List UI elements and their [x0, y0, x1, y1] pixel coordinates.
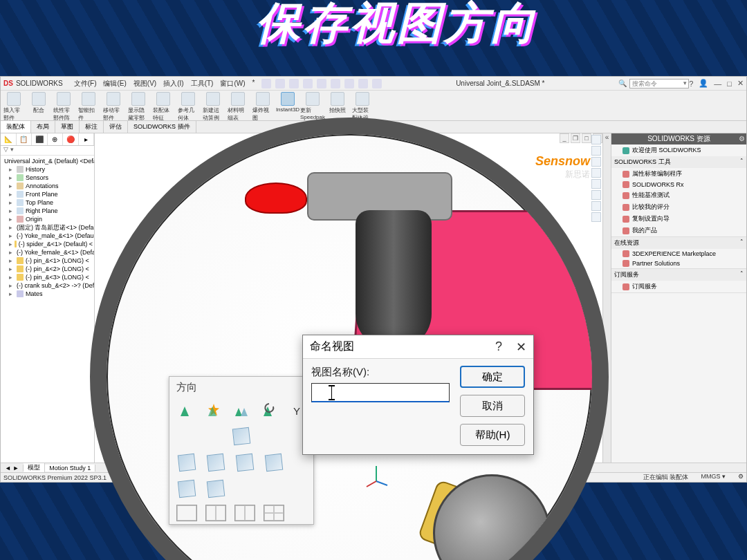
- expand-icon[interactable]: ▸: [9, 174, 15, 182]
- taskpane-item[interactable]: SOLIDWORKS Rx: [611, 180, 746, 189]
- tree-node[interactable]: ▸Front Plane: [1, 190, 94, 198]
- left-view-button[interactable]: [234, 452, 255, 473]
- tree-node[interactable]: ▸Annotations: [1, 182, 94, 190]
- taskpane-section-head[interactable]: SOLIDWORKS 工具˄: [611, 156, 746, 168]
- side-file-explorer-icon[interactable]: [591, 168, 601, 178]
- command-tab[interactable]: 标注: [80, 121, 104, 133]
- menu-more[interactable]: *: [252, 79, 255, 88]
- qat-rebuild-icon[interactable]: [358, 79, 368, 88]
- status-units[interactable]: MMGS ▾: [701, 473, 726, 482]
- qat-save-icon[interactable]: [289, 79, 299, 88]
- expand-icon[interactable]: ▸: [9, 240, 12, 248]
- expand-icon[interactable]: ▸: [9, 223, 12, 232]
- expand-icon[interactable]: ▸: [9, 215, 15, 223]
- qat-undo-icon[interactable]: [317, 79, 326, 88]
- dialog-help-button[interactable]: ?: [495, 339, 502, 355]
- ribbon-Instant3D[interactable]: Instant3D: [277, 92, 298, 113]
- side-appearances-icon[interactable]: [591, 190, 601, 200]
- add-view-icon[interactable]: [176, 401, 196, 420]
- expand-icon[interactable]: ▸: [9, 281, 12, 290]
- expand-icon[interactable]: ▸: [9, 165, 15, 174]
- expand-icon[interactable]: ▸: [9, 256, 15, 265]
- ok-button[interactable]: 确定: [460, 366, 525, 388]
- tree-node[interactable]: ▸Origin: [1, 215, 94, 223]
- bottom-tab[interactable]: 模型: [24, 463, 45, 472]
- bottom-tab[interactable]: ◄ ►: [1, 465, 24, 472]
- new-view-icon[interactable]: [204, 401, 223, 420]
- ribbon-配合[interactable]: 配合: [28, 92, 49, 114]
- expand-icon[interactable]: ▸: [9, 182, 15, 190]
- tree-node[interactable]: ▸(-) pin_&<2> (LONG) <: [1, 265, 94, 273]
- four-pane-button[interactable]: [264, 505, 284, 521]
- right-view-button[interactable]: [264, 452, 284, 473]
- expand-icon[interactable]: ▸: [9, 198, 15, 207]
- expand-icon[interactable]: ▸: [9, 273, 15, 281]
- update-views-icon[interactable]: [232, 401, 251, 420]
- fm-tab[interactable]: 📋: [17, 133, 33, 145]
- expand-icon[interactable]: ▸: [9, 232, 12, 240]
- taskpane-item[interactable]: Partner Solutions: [611, 259, 746, 268]
- taskpane-item[interactable]: 订阅服务: [611, 281, 746, 292]
- side-design-library-icon[interactable]: [591, 157, 601, 167]
- cancel-button[interactable]: 取消: [460, 395, 525, 417]
- tree-node[interactable]: ▸Mates: [1, 290, 94, 298]
- menu-insert[interactable]: 插入(I): [163, 79, 183, 88]
- tree-node[interactable]: ▸(固定) 青岛新思诺<1> (Default) <: [1, 223, 94, 232]
- fm-filter[interactable]: ▽ ▾: [1, 146, 94, 156]
- ribbon-移动零部件[interactable]: 移动零部件: [103, 92, 124, 122]
- menu-window[interactable]: 窗口(W): [220, 79, 245, 88]
- side-resources-icon[interactable]: [591, 146, 601, 156]
- fm-tab[interactable]: 🔴: [63, 133, 79, 145]
- ribbon-装配体特征[interactable]: 装配体特征: [153, 92, 174, 122]
- ribbon-新建运动算例[interactable]: 新建运动算例: [203, 92, 223, 122]
- qat-select-icon[interactable]: [344, 79, 354, 88]
- view-name-input[interactable]: [311, 383, 450, 402]
- fm-tab[interactable]: ⊕: [48, 133, 64, 145]
- isometric-view-button[interactable]: [231, 426, 252, 447]
- two-pane-button[interactable]: [205, 505, 226, 521]
- doc-restore-button[interactable]: ❐: [571, 133, 580, 143]
- tree-node[interactable]: ▸(-) Yoke_female_&<1> (Default): [1, 248, 94, 256]
- status-gear-icon[interactable]: ⚙: [738, 473, 744, 482]
- tree-node[interactable]: ▸(-) spider_&<1> (Default) <: [1, 240, 94, 248]
- user-icon[interactable]: 👤: [699, 79, 708, 88]
- expand-icon[interactable]: ▸: [9, 207, 15, 215]
- tree-node[interactable]: ▸Sensors: [1, 174, 94, 182]
- tree-node[interactable]: ▸(-) pin_&<3> (LONG) <: [1, 273, 94, 281]
- command-search-input[interactable]: 搜索命令: [629, 79, 689, 88]
- qat-options-icon[interactable]: [372, 79, 382, 88]
- expand-icon[interactable]: ▸: [9, 265, 15, 273]
- expand-icon[interactable]: ▸: [9, 248, 12, 256]
- taskpane-section-head[interactable]: 在线资源˄: [611, 237, 746, 249]
- command-tab[interactable]: 草图: [55, 121, 80, 133]
- window-close-button[interactable]: ✕: [737, 79, 744, 88]
- help-icon[interactable]: ?: [689, 80, 693, 88]
- doc-max-button[interactable]: □: [582, 133, 591, 143]
- ribbon-拍快照[interactable]: 拍快照: [327, 92, 348, 114]
- taskpane-item[interactable]: 复制设置向导: [611, 213, 746, 225]
- help-button[interactable]: 帮助(H): [460, 424, 525, 446]
- command-tab[interactable]: SOLIDWORKS 插件: [128, 121, 196, 133]
- side-view-palette-icon[interactable]: [591, 179, 601, 189]
- tree-node[interactable]: ▸(-) pin_&<1> (LONG) <: [1, 256, 94, 265]
- qat-print-icon[interactable]: [303, 79, 313, 88]
- command-tab[interactable]: 布局: [31, 121, 55, 133]
- taskpane-item[interactable]: 我的产品: [611, 225, 746, 236]
- side-home-icon[interactable]: [591, 135, 601, 144]
- taskpane-section-head[interactable]: 订阅服务˄: [611, 269, 746, 281]
- tree-node[interactable]: ▸History: [1, 165, 94, 174]
- menu-edit[interactable]: 编辑(E): [103, 79, 126, 88]
- taskpane-gear-icon[interactable]: ⚙: [739, 135, 745, 142]
- command-tab[interactable]: 装配体: [1, 121, 31, 133]
- dialog-close-button[interactable]: ✕: [516, 339, 526, 355]
- fm-tab[interactable]: 📐: [1, 133, 17, 145]
- taskpane-welcome[interactable]: 欢迎使用 SOLIDWORKS: [611, 144, 746, 156]
- fm-tab[interactable]: ▸: [79, 133, 95, 145]
- view-triad[interactable]: [362, 460, 390, 488]
- front-view-button[interactable]: [176, 452, 197, 473]
- taskpane-item[interactable]: 比较我的评分: [611, 201, 746, 213]
- tree-node[interactable]: ▸(-) Yoke_male_&<1> (Default) <: [1, 232, 94, 240]
- fm-tab[interactable]: ⬛: [32, 133, 48, 145]
- bottom-tab[interactable]: Motion Study 1: [45, 465, 95, 472]
- bottom-view-button[interactable]: [205, 478, 226, 499]
